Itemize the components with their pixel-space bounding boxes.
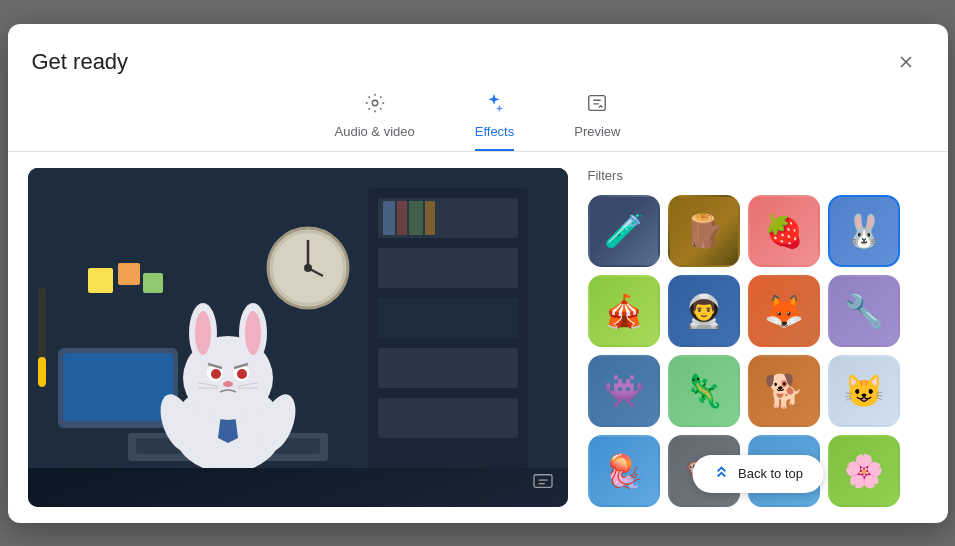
filter-item-gecko[interactable]: 🦎 xyxy=(668,355,740,427)
tab-preview[interactable]: Preview xyxy=(574,92,620,151)
filter-item-tools[interactable]: 🔧 xyxy=(828,275,900,347)
filter-item-strawberry[interactable]: 🍓 xyxy=(748,195,820,267)
back-to-top-icon xyxy=(712,463,730,485)
get-ready-modal: Get ready Audio & video xyxy=(8,24,948,523)
svg-point-39 xyxy=(211,369,221,379)
svg-point-43 xyxy=(223,381,233,387)
volume-indicator xyxy=(38,287,46,387)
filter-item-office-bunny[interactable]: 🐰 Office bunny xyxy=(828,195,900,267)
filter-item-cat[interactable]: 😺 xyxy=(828,355,900,427)
tab-audio-video-label: Audio & video xyxy=(335,124,415,139)
filter-item-astronaut[interactable]: 👨‍🚀 xyxy=(668,275,740,347)
modal-body: Filters 🧪 🪵 🍓 🐰 Office bunny xyxy=(8,152,948,523)
filters-grid-container: 🧪 🪵 🍓 🐰 Office bunny 🎪 xyxy=(588,195,928,507)
svg-rect-16 xyxy=(425,201,435,235)
tab-preview-label: Preview xyxy=(574,124,620,139)
video-preview xyxy=(28,168,568,507)
svg-rect-13 xyxy=(383,201,395,235)
preview-icon xyxy=(586,92,608,118)
svg-rect-14 xyxy=(397,201,407,235)
filters-label: Filters xyxy=(588,168,928,183)
svg-rect-3 xyxy=(589,95,606,110)
filter-item-fox[interactable]: 🦊 xyxy=(748,275,820,347)
tab-audio-video[interactable]: Audio & video xyxy=(335,92,415,151)
tabs-bar: Audio & video Effects Preview xyxy=(8,80,948,152)
filter-item-blossom[interactable]: 🌸 xyxy=(828,435,900,507)
preview-panel xyxy=(28,168,568,507)
filter-item-tent[interactable]: 🎪 xyxy=(588,275,660,347)
svg-point-2 xyxy=(372,100,378,106)
svg-point-36 xyxy=(245,311,261,355)
tab-effects[interactable]: Effects xyxy=(475,92,515,151)
svg-rect-12 xyxy=(378,398,518,438)
caption-icon[interactable] xyxy=(532,472,554,495)
back-to-top-button[interactable]: Back to top xyxy=(692,455,823,493)
filter-item-monster[interactable]: 👾 xyxy=(588,355,660,427)
effects-icon xyxy=(483,92,505,118)
svg-rect-15 xyxy=(409,201,423,235)
svg-rect-9 xyxy=(378,248,518,288)
svg-rect-10 xyxy=(378,298,518,338)
filter-item-wood[interactable]: 🪵 xyxy=(668,195,740,267)
svg-rect-21 xyxy=(143,273,163,293)
audio-video-icon xyxy=(364,92,386,118)
filters-panel: Filters 🧪 🪵 🍓 🐰 Office bunny xyxy=(588,168,928,507)
svg-point-34 xyxy=(195,311,211,355)
svg-point-40 xyxy=(237,369,247,379)
svg-rect-18 xyxy=(63,353,173,421)
svg-rect-11 xyxy=(378,348,518,388)
modal-title: Get ready xyxy=(32,49,129,75)
modal-header: Get ready xyxy=(8,24,948,80)
filter-item-jellyfish[interactable]: 🪼 xyxy=(588,435,660,507)
svg-rect-19 xyxy=(88,268,113,293)
close-button[interactable] xyxy=(888,44,924,80)
filter-item-potion[interactable]: 🧪 xyxy=(588,195,660,267)
svg-rect-20 xyxy=(118,263,140,285)
tab-effects-label: Effects xyxy=(475,124,515,139)
svg-rect-50 xyxy=(534,474,552,487)
svg-point-26 xyxy=(304,264,312,272)
filter-item-dog[interactable]: 🐕 xyxy=(748,355,820,427)
back-to-top-label: Back to top xyxy=(738,466,803,481)
